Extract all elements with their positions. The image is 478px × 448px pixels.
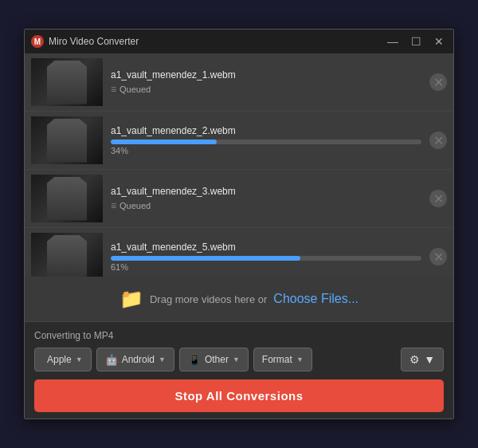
android-label: Android xyxy=(122,354,155,365)
close-button[interactable]: ✕ xyxy=(431,36,447,47)
minimize-button[interactable]: — xyxy=(384,36,402,47)
video-thumbnail xyxy=(31,233,103,277)
chevron-down-icon: ▼ xyxy=(424,353,435,366)
video-filename: a1_vault_menendez_2.webm xyxy=(111,125,421,136)
format-button-group: Apple ▼ 🤖 Android ▼ 📱 Other ▼ Format ▼ ⚙… xyxy=(34,348,444,371)
video-details: a1_vault_menendez_2.webm 34% xyxy=(103,125,429,155)
title-bar: M Miro Video Converter — ☐ ✕ xyxy=(25,29,453,53)
remove-button[interactable]: ✕ xyxy=(429,190,447,207)
video-list: a1_vault_menendez_1.webm ≡ Queued ✕ a1_v… xyxy=(25,53,453,277)
chevron-down-icon: ▼ xyxy=(159,356,166,364)
progress-bar xyxy=(111,140,421,144)
app-icon: M xyxy=(31,35,44,48)
maximize-button[interactable]: ☐ xyxy=(408,36,425,47)
other-button[interactable]: 📱 Other ▼ xyxy=(179,348,249,371)
gear-icon: ⚙ xyxy=(409,353,420,366)
upload-icon: 📁 xyxy=(120,288,143,310)
other-icon: 📱 xyxy=(188,354,201,366)
status-text: Queued xyxy=(120,84,151,94)
video-thumbnail xyxy=(31,175,103,222)
video-details: a1_vault_menendez_3.webm ≡ Queued xyxy=(103,186,429,211)
main-window: M Miro Video Converter — ☐ ✕ a1_vault_me… xyxy=(24,29,454,419)
progress-bar xyxy=(111,256,421,261)
window-title: Miro Video Converter xyxy=(49,36,384,47)
apple-button[interactable]: Apple ▼ xyxy=(34,348,92,371)
android-icon: 🤖 xyxy=(105,354,118,366)
list-item: a1_vault_menendez_3.webm ≡ Queued ✕ xyxy=(25,170,453,228)
video-filename: a1_vault_menendez_5.webm xyxy=(111,242,421,253)
video-details: a1_vault_menendez_1.webm ≡ Queued xyxy=(103,69,429,95)
video-status: ≡ Queued xyxy=(111,84,421,95)
progress-label: 61% xyxy=(111,262,421,272)
video-filename: a1_vault_menendez_3.webm xyxy=(111,186,421,197)
remove-button[interactable]: ✕ xyxy=(429,248,447,265)
converting-label: Converting to MP4 xyxy=(34,330,444,341)
chevron-down-icon: ▼ xyxy=(76,356,83,364)
list-item: a1_vault_menendez_5.webm 61% ✕ xyxy=(25,228,453,277)
choose-files-link[interactable]: Choose Files... xyxy=(273,292,358,306)
remove-button[interactable]: ✕ xyxy=(429,73,447,91)
stop-all-button[interactable]: Stop All Conversions xyxy=(34,379,444,412)
video-status: ≡ Queued xyxy=(111,200,421,211)
list-item: a1_vault_menendez_1.webm ≡ Queued ✕ xyxy=(25,53,453,112)
progress-label: 34% xyxy=(111,146,421,155)
format-label: Format xyxy=(262,354,292,365)
bottom-bar: Converting to MP4 Apple ▼ 🤖 Android ▼ 📱 … xyxy=(25,322,453,419)
video-thumbnail xyxy=(31,116,103,164)
drop-text: Drag more videos here or xyxy=(150,293,267,305)
video-details: a1_vault_menendez_5.webm 61% xyxy=(103,242,429,272)
format-button[interactable]: Format ▼ xyxy=(253,348,312,371)
video-thumbnail xyxy=(31,58,103,106)
progress-fill xyxy=(111,256,300,261)
status-text: Queued xyxy=(120,201,151,210)
android-button[interactable]: 🤖 Android ▼ xyxy=(96,348,174,371)
chevron-down-icon: ▼ xyxy=(233,356,240,364)
apple-label: Apple xyxy=(47,354,72,365)
remove-button[interactable]: ✕ xyxy=(429,132,447,149)
video-filename: a1_vault_menendez_1.webm xyxy=(111,69,421,81)
chevron-down-icon: ▼ xyxy=(296,356,304,364)
other-label: Other xyxy=(205,354,229,365)
list-item: a1_vault_menendez_2.webm 34% ✕ xyxy=(25,112,453,170)
drop-zone: 📁 Drag more videos here or Choose Files.… xyxy=(25,277,453,322)
queued-icon: ≡ xyxy=(111,84,116,95)
settings-button[interactable]: ⚙ ▼ xyxy=(401,348,444,371)
progress-fill xyxy=(111,140,217,144)
queued-icon: ≡ xyxy=(111,200,116,211)
window-controls: — ☐ ✕ xyxy=(384,36,447,47)
